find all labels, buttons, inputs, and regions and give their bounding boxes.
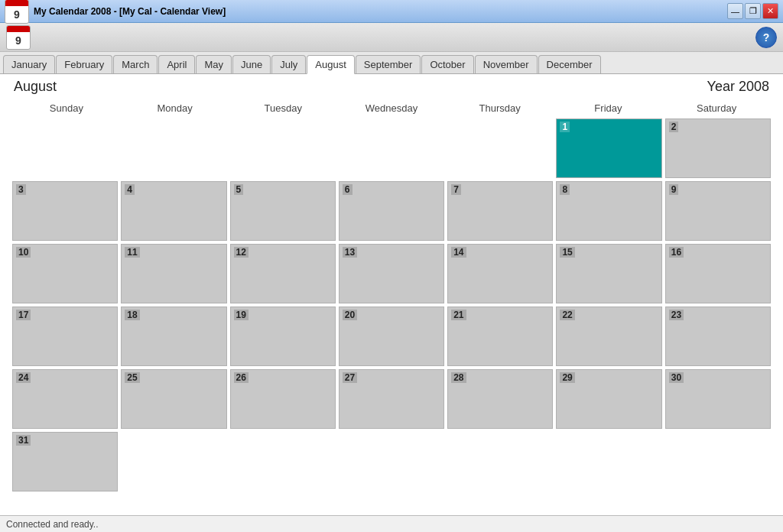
cal-cell-empty — [447, 432, 553, 491]
day-number: 11 — [125, 247, 139, 258]
cal-cell-day-30[interactable]: 30 — [665, 369, 771, 429]
help-button[interactable]: ? — [755, 27, 777, 48]
day-number: 5 — [234, 184, 244, 195]
cal-cell-day-31[interactable]: 31 — [12, 432, 118, 491]
day-number: 2 — [669, 122, 679, 132]
cal-cell-day-16[interactable]: 16 — [665, 244, 771, 303]
minimize-button[interactable]: — — [727, 3, 743, 19]
cal-cell-day-18[interactable]: 18 — [121, 307, 226, 366]
cal-cell-empty — [339, 432, 444, 491]
month-tab-may[interactable]: May — [196, 55, 232, 73]
cal-cell-day-5[interactable]: 5 — [230, 181, 336, 241]
month-tab-december[interactable]: December — [538, 55, 601, 73]
day-number: 29 — [560, 372, 574, 383]
day-number: 4 — [125, 184, 135, 195]
month-tabs: JanuaryFebruaryMarchAprilMayJuneJulyAugu… — [0, 52, 783, 74]
month-tab-august[interactable]: August — [307, 55, 354, 74]
window-title: My Calendar 2008 - [My Cal - Calendar Vi… — [34, 6, 226, 17]
day-header-sunday: Sunday — [12, 101, 121, 115]
day-number: 15 — [560, 247, 574, 258]
toolbar-cal-icon: 9 — [6, 25, 31, 50]
cal-cell-day-22[interactable]: 22 — [556, 307, 661, 366]
cal-cell-empty — [121, 432, 226, 491]
window-controls: — ❐ ✕ — [727, 3, 778, 19]
day-number: 10 — [16, 247, 31, 258]
day-number: 22 — [560, 310, 574, 320]
month-tab-march[interactable]: March — [113, 55, 158, 73]
day-number: 25 — [125, 372, 139, 383]
cal-cell-day-15[interactable]: 15 — [556, 244, 661, 303]
month-tab-september[interactable]: September — [356, 55, 421, 73]
cal-cell-day-20[interactable]: 20 — [339, 307, 444, 366]
cal-cell-day-12[interactable]: 12 — [230, 244, 336, 303]
cal-cell-day-21[interactable]: 21 — [447, 307, 553, 366]
cal-cell-day-23[interactable]: 23 — [665, 307, 771, 366]
month-tab-november[interactable]: November — [475, 55, 538, 73]
cal-cell-day-19[interactable]: 19 — [230, 307, 336, 366]
month-tab-june[interactable]: June — [232, 55, 271, 73]
cal-cell-day-29[interactable]: 29 — [556, 369, 661, 429]
day-header-friday: Friday — [554, 101, 663, 115]
month-tab-january[interactable]: January — [3, 55, 55, 73]
cal-cell-day-26[interactable]: 26 — [230, 369, 336, 429]
app-icon-num: 9 — [14, 6, 20, 23]
month-tab-october[interactable]: October — [421, 55, 473, 73]
cal-cell-day-4[interactable]: 4 — [121, 181, 226, 241]
title-bar-left: 9 My Calendar 2008 - [My Cal - Calendar … — [5, 0, 226, 24]
day-number: 6 — [343, 184, 353, 195]
day-number: 24 — [16, 372, 31, 383]
day-number: 8 — [560, 184, 570, 195]
calendar-year-title: Year 2008 — [707, 79, 769, 95]
calendar-grid: 1234567891011121314151617181920212223242… — [8, 118, 775, 491]
day-number: 19 — [234, 310, 249, 320]
cal-cell-day-11[interactable]: 11 — [121, 244, 226, 303]
day-number: 30 — [669, 372, 684, 383]
month-tab-february[interactable]: February — [56, 55, 112, 73]
restore-button[interactable]: ❐ — [745, 3, 761, 19]
cal-cell-empty — [556, 432, 661, 491]
cal-cell-day-27[interactable]: 27 — [339, 369, 444, 429]
cal-cell-day-28[interactable]: 28 — [447, 369, 553, 429]
close-button[interactable]: ✕ — [762, 3, 778, 19]
cal-cell-empty — [121, 118, 226, 178]
month-tab-july[interactable]: July — [271, 55, 306, 73]
day-number: 7 — [451, 184, 461, 195]
month-tab-april[interactable]: April — [158, 55, 195, 73]
cal-cell-empty — [230, 118, 336, 178]
day-header-saturday: Saturday — [662, 101, 771, 115]
cal-cell-day-25[interactable]: 25 — [121, 369, 226, 429]
day-header-monday: Monday — [121, 101, 229, 115]
cal-cell-day-9[interactable]: 9 — [665, 181, 771, 241]
cal-cell-day-2[interactable]: 2 — [665, 118, 771, 178]
day-number: 21 — [451, 310, 466, 320]
cal-cell-day-7[interactable]: 7 — [447, 181, 553, 241]
cal-cell-empty — [665, 432, 771, 491]
cal-cell-day-14[interactable]: 14 — [447, 244, 553, 303]
day-number: 12 — [234, 247, 249, 258]
day-number: 31 — [16, 435, 31, 446]
cal-cell-day-10[interactable]: 10 — [12, 244, 118, 303]
day-headers: SundayMondayTuesdayWednesdayThursdayFrid… — [8, 101, 775, 115]
cal-cell-day-24[interactable]: 24 — [12, 369, 118, 429]
cal-cell-day-3[interactable]: 3 — [12, 181, 118, 241]
cal-cell-empty — [339, 118, 444, 178]
toolbar-cal-num: 9 — [15, 32, 21, 49]
calendar-month-title: August — [14, 79, 57, 95]
main-content: JanuaryFebruaryMarchAprilMayJuneJulyAugu… — [0, 52, 783, 532]
cal-cell-day-1[interactable]: 1 — [556, 118, 661, 178]
day-header-thursday: Thursday — [446, 101, 554, 115]
cal-cell-day-6[interactable]: 6 — [339, 181, 444, 241]
day-number: 28 — [451, 372, 466, 383]
day-header-tuesday: Tuesday — [229, 101, 337, 115]
cal-cell-day-13[interactable]: 13 — [339, 244, 444, 303]
day-number: 13 — [343, 247, 357, 258]
cal-cell-day-8[interactable]: 8 — [556, 181, 661, 241]
cal-cell-day-17[interactable]: 17 — [12, 307, 118, 366]
title-bar: 9 My Calendar 2008 - [My Cal - Calendar … — [0, 0, 783, 23]
app-icon: 9 — [5, 0, 29, 24]
day-number: 23 — [669, 310, 684, 320]
status-bar: Connected and ready.. — [0, 515, 783, 532]
day-number: 9 — [669, 184, 679, 195]
day-number: 27 — [343, 372, 357, 383]
day-number: 14 — [451, 247, 466, 258]
